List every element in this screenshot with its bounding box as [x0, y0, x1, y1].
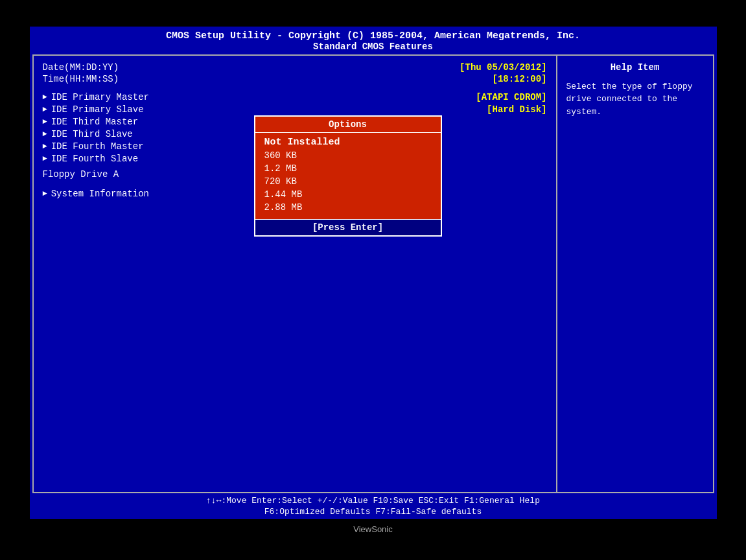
date-value[interactable]: [Thu 05/03/2012] [460, 62, 546, 73]
brand-label: ViewSonic [353, 524, 392, 534]
ide-primary-slave-row[interactable]: ► IDE Primary Slave [Hard Disk] [43, 104, 547, 115]
arrow-icon-1: ► [43, 93, 47, 102]
option-not-installed[interactable]: Not Installed [264, 135, 432, 149]
footer-row2: F6:Optimized Defaults F7:Fail-Safe defau… [36, 507, 710, 517]
time-row: Time(HH:MM:SS) [18:12:00] [43, 74, 547, 84]
time-label: Time(HH:MM:SS) [43, 74, 185, 84]
ide-fourth-master-label: ► IDE Fourth Master [43, 141, 144, 152]
ide-primary-master-row[interactable]: ► IDE Primary Master [ATAPI CDROM] [43, 92, 547, 102]
arrow-icon-3: ► [43, 117, 47, 126]
ide-primary-master-label: ► IDE Primary Master [43, 92, 149, 102]
header-line1: CMOS Setup Utility - Copyright (C) 1985-… [30, 30, 717, 41]
left-panel: Date(MM:DD:YY) [Thu 05/03/2012] Time(HH:… [34, 56, 557, 492]
options-popup: Options Not Installed 360 KB 1.2 MB 720 … [254, 115, 442, 237]
option-720kb[interactable]: 720 KB [264, 175, 432, 188]
sysinfo-label: System Information [51, 189, 149, 199]
arrow-icon-sysinfo: ► [43, 189, 47, 198]
help-title: Help Item [566, 62, 704, 73]
ide-primary-slave-label: ► IDE Primary Slave [43, 104, 144, 115]
arrow-icon-5: ► [43, 142, 47, 151]
header-bar: CMOS Setup Utility - Copyright (C) 1985-… [30, 27, 717, 54]
arrow-icon-2: ► [43, 105, 47, 114]
option-360kb[interactable]: 360 KB [264, 149, 432, 162]
arrow-icon-4: ► [43, 130, 47, 139]
help-text: Select the type of floppy drive connecte… [566, 80, 704, 119]
ide-third-master-label: ► IDE Third Master [43, 117, 139, 127]
arrow-icon-6: ► [43, 154, 47, 163]
footer-bar: ↑↓↔:Move Enter:Select +/-/:Value F10:Sav… [30, 493, 717, 519]
footer-row1: ↑↓↔:Move Enter:Select +/-/:Value F10:Sav… [36, 496, 710, 506]
ide-primary-slave-value: [Hard Disk] [487, 104, 546, 115]
option-1-44mb[interactable]: 1.44 MB [264, 188, 432, 201]
ide-primary-master-value: [ATAPI CDROM] [476, 92, 546, 102]
bios-screen: CMOS Setup Utility - Copyright (C) 1985-… [30, 27, 717, 519]
options-list: Not Installed 360 KB 1.2 MB 720 KB 1.44 … [255, 133, 441, 219]
header-line2: Standard CMOS Features [30, 41, 717, 52]
option-2-88mb[interactable]: 2.88 MB [264, 201, 432, 214]
date-row: Date(MM:DD:YY) [Thu 05/03/2012] [43, 62, 547, 73]
option-1-2mb[interactable]: 1.2 MB [264, 162, 432, 175]
time-value[interactable]: [18:12:00] [492, 74, 546, 84]
date-label: Date(MM:DD:YY) [43, 62, 185, 73]
press-enter-bar: [Press Enter] [255, 219, 441, 235]
main-area: Date(MM:DD:YY) [Thu 05/03/2012] Time(HH:… [32, 54, 714, 493]
monitor-frame: CMOS Setup Utility - Copyright (C) 1985-… [17, 14, 730, 546]
floppy-label: Floppy Drive A [43, 169, 119, 180]
ide-fourth-slave-label: ► IDE Fourth Slave [43, 154, 139, 164]
ide-third-slave-label: ► IDE Third Slave [43, 129, 133, 139]
help-panel: Help Item Select the type of floppy driv… [557, 56, 713, 492]
options-title: Options [255, 117, 441, 133]
